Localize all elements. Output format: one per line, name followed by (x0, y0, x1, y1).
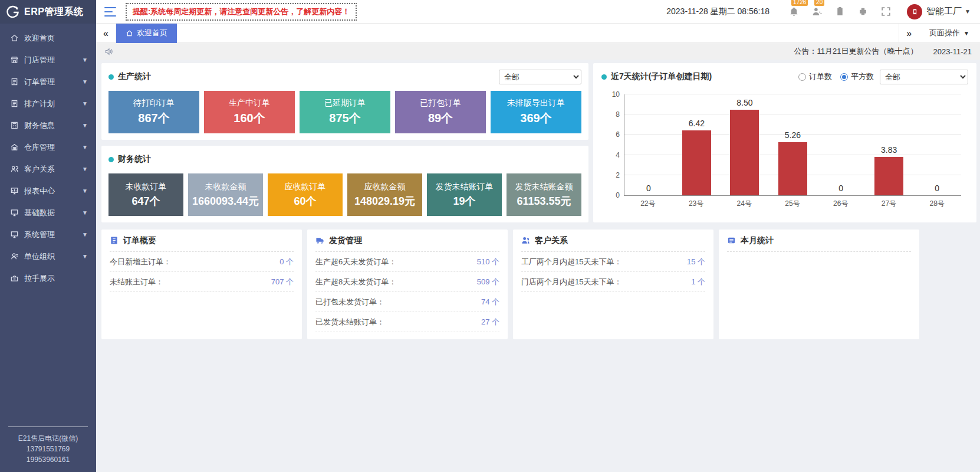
radio-order-count[interactable]: 订单数 (798, 71, 832, 82)
chevron-down-icon: ▼ (82, 57, 88, 63)
sidebar-item-label: 拉手展示 (24, 273, 88, 284)
top-header: 提醒:系统每周定期更新，请注意查阅更新公告，了解更新内容！ 2023-11-28… (96, 0, 980, 24)
card-list-icon (727, 236, 736, 245)
sidebar-item-stores[interactable]: 门店管理 ▼ (0, 49, 96, 71)
tab-welcome-home[interactable]: 欢迎首页 (116, 24, 177, 43)
stat-card-to-print[interactable]: 待打印订单 867个 (108, 91, 199, 133)
sidebar-item-label: 系统管理 (24, 230, 77, 240)
radio-square-meters[interactable]: 平方数 (840, 71, 874, 82)
stat-label: 待打印订单 (133, 98, 175, 109)
row-value-link[interactable]: 707 个 (271, 277, 294, 287)
user-add-icon (812, 6, 822, 17)
app-logo: ERP管理系统 (0, 0, 96, 24)
row-value-link[interactable]: 27 个 (481, 317, 499, 327)
store-icon (10, 55, 19, 64)
stat-card-shipped-unsettled-amount[interactable]: 发货未结账金额 61153.55元 (507, 173, 581, 216)
announcement-date: 2023-11-21 (933, 47, 972, 56)
print-button[interactable] (858, 6, 868, 17)
finance-icon (10, 121, 19, 130)
row-value-link[interactable]: 1 个 (691, 277, 705, 287)
chart-filter-select[interactable]: 全部 (880, 70, 968, 84)
chevron-down-icon: ▼ (965, 8, 971, 15)
avatar[interactable] (907, 4, 922, 19)
row-value-link[interactable]: 74 个 (481, 297, 499, 307)
footer-line: 13791551769 (0, 444, 96, 454)
page-actions-menu[interactable]: 页面操作 ▼ (919, 28, 980, 38)
stat-value: 61153.55元 (517, 194, 571, 208)
chevron-down-icon: ▼ (82, 122, 88, 129)
panel-title: 订单概要 (123, 235, 156, 246)
customers-icon (10, 165, 19, 173)
stat-card-receivable-amount[interactable]: 应收款金额 148029.19元 (347, 173, 422, 216)
sidebar-item-schedule[interactable]: 排产计划 ▼ (0, 93, 96, 114)
finance-stats-panel: 财务统计 未收款订单 647个 未收款金额 1660093.44元 (101, 146, 588, 222)
home-icon (126, 30, 133, 37)
chart-metric-radios: 订单数 平方数 (798, 71, 874, 82)
sidebar-item-label: 欢迎首页 (24, 33, 88, 44)
row-label: 已发货未结账订单： (315, 317, 384, 327)
announcement-bar: 公告：11月21日更新公告（晚十点） 2023-11-21 (96, 43, 980, 60)
sidebar-item-home[interactable]: 欢迎首页 (0, 27, 96, 49)
stat-value: 60个 (294, 194, 316, 208)
chevron-down-icon: ▼ (963, 30, 969, 37)
fullscreen-button[interactable] (881, 6, 891, 17)
stat-value: 867个 (138, 110, 169, 126)
stat-card-shipped-unsettled-orders[interactable]: 发货未结账订单 19个 (427, 173, 502, 216)
stat-label: 发货未结账金额 (515, 182, 573, 192)
stat-label: 未收款订单 (126, 182, 167, 192)
monthly-stats-panel: 本月统计 (719, 230, 919, 339)
chevron-down-icon: ▼ (82, 231, 88, 238)
stat-card-delayed[interactable]: 已延期订单 875个 (300, 91, 390, 133)
stat-card-unscheduled[interactable]: 未排版导出订单 369个 (491, 91, 581, 133)
printer-icon (858, 6, 868, 17)
sidebar-nav: 欢迎首页 门店管理 ▼ 订单管理 ▼ 排产计划 ▼ 财务信息 ▼ (0, 24, 96, 289)
stat-label: 未收款金额 (205, 182, 246, 192)
info-row: 门店两个月内超15天未下单： 1 个 (521, 272, 705, 292)
sidebar-item-label: 门店管理 (24, 55, 77, 65)
people-icon (521, 236, 530, 245)
user-requests-button[interactable]: 20 (812, 6, 822, 17)
stat-card-receivable-orders[interactable]: 应收款订单 60个 (268, 173, 343, 216)
row-label: 生产超6天未发货订单： (315, 257, 396, 267)
sidebar-item-display[interactable]: 拉手展示 (0, 267, 96, 289)
stat-card-unpaid-amount[interactable]: 未收款金额 1660093.44元 (188, 173, 263, 216)
sidebar-item-orders[interactable]: 订单管理 ▼ (0, 71, 96, 93)
notifications-button[interactable]: 1726 (789, 6, 799, 17)
stat-value: 160个 (234, 110, 265, 126)
account-menu[interactable]: 智能工厂 ▼ (926, 6, 971, 17)
finance-stats-title: 财务统计 (118, 154, 151, 165)
row-value-link[interactable]: 510 个 (477, 257, 499, 267)
collapse-menu-icon[interactable] (104, 7, 116, 17)
row-value-link[interactable]: 0 个 (279, 257, 294, 267)
logo-icon (6, 5, 20, 19)
sidebar-item-system[interactable]: 系统管理 ▼ (0, 224, 96, 245)
stat-label: 生产中订单 (229, 98, 270, 109)
sidebar-item-organization[interactable]: 单位组织 ▼ (0, 245, 96, 267)
row-value-link[interactable]: 15 个 (687, 257, 705, 267)
stat-value: 647个 (131, 194, 160, 208)
stat-card-unpaid-orders[interactable]: 未收款订单 647个 (108, 173, 183, 216)
sidebar-item-warehouse[interactable]: 仓库管理 ▼ (0, 136, 96, 158)
sidebar-footer: E21售后电话(微信) 13791551769 19953960161 (0, 427, 96, 465)
tabs-scroll-left-button[interactable]: « (96, 24, 116, 43)
production-filter-select[interactable]: 全部 (499, 70, 581, 84)
panel-title: 发货管理 (329, 235, 362, 246)
row-label: 已打包未发货订单： (315, 297, 384, 307)
sidebar-item-customers[interactable]: 客户关系 ▼ (0, 158, 96, 180)
sidebar-item-finance[interactable]: 财务信息 ▼ (0, 114, 96, 136)
seven-day-chart-panel: 近7天统计(子订单创建日期) 订单数 平方数 (593, 63, 976, 222)
announcement-link[interactable]: 公告：11月21日更新公告（晚十点） (794, 46, 917, 57)
stat-card-packed[interactable]: 已打包订单 89个 (395, 91, 486, 133)
sidebar-item-basedata[interactable]: 基础数据 ▼ (0, 202, 96, 224)
sidebar-item-reports[interactable]: 报表中心 ▼ (0, 180, 96, 202)
stat-value: 19个 (453, 194, 475, 208)
tabs-scroll-right-button[interactable]: » (899, 24, 919, 43)
stat-card-in-production[interactable]: 生产中订单 160个 (204, 91, 295, 133)
system-notice: 提醒:系统每周定期更新，请注意查阅更新公告，了解更新内容！ (126, 3, 357, 21)
tasks-button[interactable] (835, 6, 845, 17)
chart-title: 近7天统计(子订单创建日期) (611, 71, 712, 82)
stat-label: 已打包订单 (420, 98, 461, 109)
chevron-down-icon: ▼ (82, 100, 88, 107)
row-value-link[interactable]: 509 个 (477, 277, 499, 287)
radio-label: 平方数 (851, 71, 874, 82)
